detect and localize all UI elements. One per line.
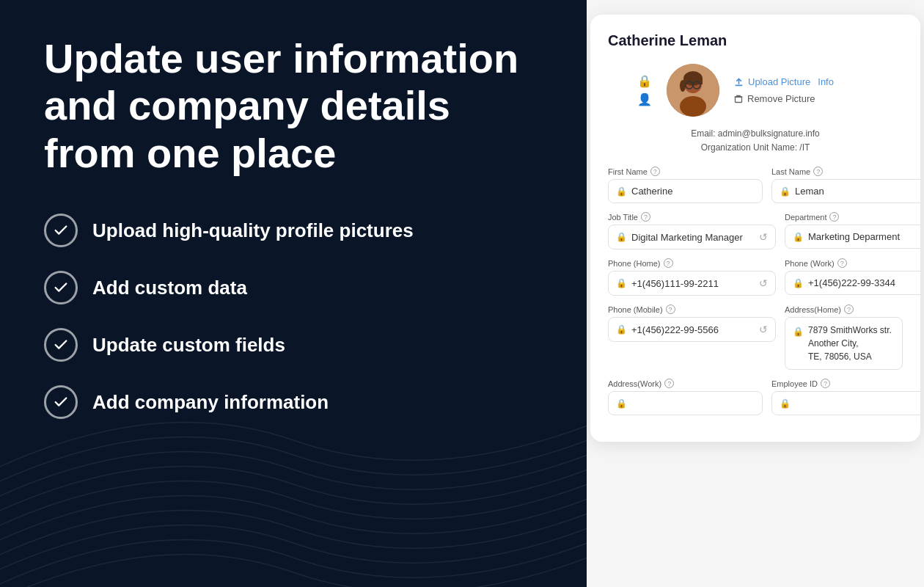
email-info: Email: admin@bulksignature.info Organiza… [608, 127, 903, 155]
avatar [667, 64, 719, 117]
address-home-group: Address(Home) ? 🔒 7879 SmithWorks str.An… [785, 305, 903, 370]
address-work-group: Address(Work) ? 🔒 [608, 379, 763, 415]
profile-status-icons: 🔒 👤 [637, 74, 652, 106]
first-name-input[interactable] [631, 186, 755, 197]
phone-work-group: Phone (Work) ? 🔒 [785, 258, 920, 296]
upload-picture-button[interactable]: Upload Picture Info [734, 76, 834, 87]
phone-home-group: Phone (Home) ? 🔒 ↺ [608, 258, 776, 296]
department-info-icon[interactable]: ? [829, 212, 839, 222]
employee-id-label: Employee ID ? [771, 379, 920, 388]
address-home-lock-icon: 🔒 [793, 325, 804, 338]
first-name-info-icon[interactable]: ? [650, 167, 660, 176]
phone-mobile-info-icon[interactable]: ? [666, 305, 675, 314]
phone-home-label: Phone (Home) ? [608, 258, 776, 268]
name-row: First Name ? 🔒 Last Name ? 🔒 [608, 167, 903, 203]
job-title-group: Job Title ? 🔒 ↺ [608, 212, 776, 249]
upload-picture-label: Upload Picture [748, 76, 810, 87]
job-title-input[interactable] [631, 232, 755, 243]
address-work-label: Address(Work) ? [608, 379, 763, 388]
first-name-group: First Name ? 🔒 [608, 167, 763, 203]
phone-row: Phone (Home) ? 🔒 ↺ Phone (Work) ? 🔒 [608, 258, 903, 296]
phone-work-input[interactable] [808, 277, 920, 288]
employee-id-group: Employee ID ? 🔒 [771, 379, 920, 415]
first-name-lock-icon: 🔒 [616, 186, 627, 197]
phone-work-lock-icon: 🔒 [793, 278, 804, 288]
remove-picture-button[interactable]: Remove Picture [734, 93, 834, 104]
feature-item-company-info: Add company information [44, 385, 543, 419]
first-name-label: First Name ? [608, 167, 763, 176]
job-title-reset-icon[interactable]: ↺ [759, 231, 768, 243]
address-work-input-wrapper: 🔒 [608, 391, 763, 415]
feature-label-custom-data: Add custom data [92, 277, 247, 299]
department-label: Department ? [785, 212, 920, 222]
department-group: Department ? 🔒 [785, 212, 920, 249]
phone-mobile-label: Phone (Mobile) ? [608, 305, 776, 314]
person-icon: 👤 [637, 92, 652, 106]
feature-label-upload: Upload high-quality profile pictures [92, 219, 414, 242]
phone-work-label: Phone (Work) ? [785, 258, 920, 268]
employee-id-input[interactable] [795, 398, 918, 409]
job-title-lock-icon: 🔒 [616, 232, 627, 242]
user-card: Catherine Leman 🔒 👤 [590, 15, 920, 442]
check-icon-company-info [44, 385, 78, 419]
address-home-label: Address(Home) ? [785, 305, 903, 314]
upload-actions: Upload Picture Info Remove Picture [734, 76, 834, 104]
address-work-lock-icon: 🔒 [616, 398, 627, 409]
address-home-value[interactable]: 🔒 7879 SmithWorks str.Another City,TE, 7… [785, 317, 903, 370]
job-title-input-wrapper: 🔒 ↺ [608, 225, 776, 249]
features-list: Upload high-quality profile pictures Add… [44, 214, 543, 419]
phone-home-reset-icon[interactable]: ↺ [759, 277, 768, 289]
svg-rect-9 [736, 97, 742, 103]
address-work-input[interactable] [631, 398, 755, 409]
employee-id-input-wrapper: 🔒 [771, 391, 920, 415]
job-title-info-icon[interactable]: ? [641, 212, 650, 222]
phone-home-input-wrapper: 🔒 ↺ [608, 271, 776, 296]
phone-home-lock-icon: 🔒 [616, 278, 627, 288]
phone-home-info-icon[interactable]: ? [664, 258, 673, 268]
department-input-wrapper: 🔒 [785, 225, 920, 249]
info-badge: Info [818, 76, 834, 87]
address-home-text: 7879 SmithWorks str.Another City,TE, 780… [808, 324, 892, 363]
feature-item-custom-fields: Update custom fields [44, 328, 543, 362]
phone-mobile-group: Phone (Mobile) ? 🔒 ↺ [608, 305, 776, 370]
department-lock-icon: 🔒 [793, 232, 804, 242]
last-name-input[interactable] [795, 186, 918, 197]
phone-mobile-input[interactable] [631, 324, 755, 335]
org-line: Organization Unit Name: /IT [608, 141, 903, 155]
check-icon-custom-fields [44, 328, 78, 362]
card-title: Catherine Leman [608, 32, 903, 49]
last-name-group: Last Name ? 🔒 [771, 167, 920, 203]
feature-label-custom-fields: Update custom fields [92, 334, 285, 357]
job-dept-row: Job Title ? 🔒 ↺ Department ? 🔒 [608, 212, 903, 249]
feature-item-custom-data: Add custom data [44, 271, 543, 305]
phone-work-info-icon[interactable]: ? [837, 258, 847, 268]
feature-item-upload: Upload high-quality profile pictures [44, 214, 543, 247]
job-title-label: Job Title ? [608, 212, 776, 222]
profile-section: 🔒 👤 [608, 64, 903, 117]
feature-label-company-info: Add company information [92, 391, 329, 414]
first-name-input-wrapper: 🔒 [608, 179, 763, 203]
left-panel: Update user information and company deta… [0, 0, 587, 587]
phone-work-input-wrapper: 🔒 [785, 271, 920, 295]
svg-point-5 [680, 80, 686, 92]
last-name-info-icon[interactable]: ? [813, 167, 823, 176]
last-name-lock-icon: 🔒 [780, 186, 791, 197]
address-home-info-icon[interactable]: ? [844, 305, 854, 314]
address-work-info-icon[interactable]: ? [664, 379, 674, 388]
last-name-label: Last Name ? [771, 167, 920, 176]
email-line: Email: admin@bulksignature.info [608, 127, 903, 141]
phone-home-input[interactable] [631, 278, 755, 289]
svg-point-2 [680, 96, 706, 117]
last-name-input-wrapper: 🔒 [771, 179, 920, 203]
right-panel: Catherine Leman 🔒 👤 [587, 0, 924, 587]
work-employee-row: Address(Work) ? 🔒 Employee ID ? 🔒 [608, 379, 903, 415]
phone-mobile-reset-icon[interactable]: ↺ [759, 324, 768, 335]
department-input[interactable] [808, 231, 920, 242]
check-icon-upload [44, 214, 78, 247]
employee-id-lock-icon: 🔒 [780, 398, 791, 409]
employee-id-info-icon[interactable]: ? [821, 379, 830, 388]
lock-status-icon: 🔒 [637, 74, 652, 88]
phone-mobile-input-wrapper: 🔒 ↺ [608, 317, 776, 342]
page-heading: Update user information and company deta… [44, 35, 543, 177]
remove-picture-label: Remove Picture [747, 93, 815, 104]
